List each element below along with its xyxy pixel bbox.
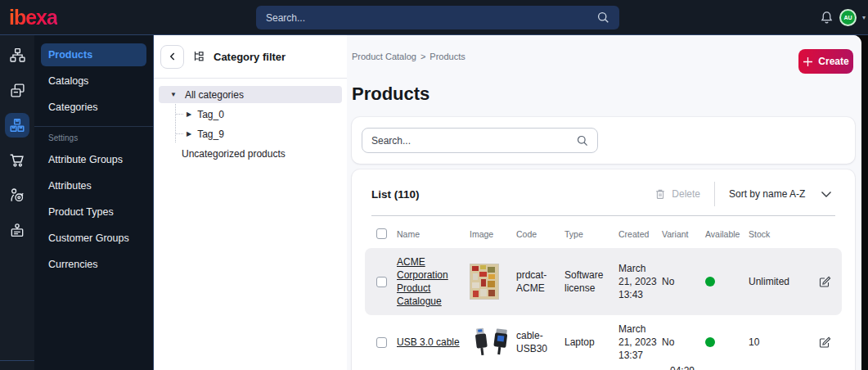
sidebar-item-attributes[interactable]: Attributes [41,174,146,197]
sort-dropdown-value: Sort by name A-Z [729,188,805,200]
sidebar-item-catalogs[interactable]: Catalogs [41,70,146,92]
sidebar-item-customer-groups[interactable]: Customer Groups [41,227,146,250]
caret-right-icon[interactable]: ▶ [187,130,191,138]
tree-children: ▶ Tag_0 ▶ Tag_9 [159,106,342,142]
tree-item-uncategorized-products[interactable]: Uncategorized products [159,145,342,162]
vertical-divider [714,182,715,206]
create-button-label: Create [818,56,848,67]
cart-icon[interactable] [5,148,29,173]
available-indicator [705,277,715,287]
list-header: List (110) Delete Sort by name A-Z [352,169,855,215]
edit-button[interactable] [814,276,842,288]
sidebar-item-currencies[interactable]: Currencies [41,253,146,276]
product-stock: Unlimited [744,275,814,288]
tree-item-label: Tag_9 [197,129,224,140]
delete-button[interactable]: Delete [654,188,700,200]
tree-item-tag-0[interactable]: ▶ Tag_0 [159,106,342,123]
edit-button[interactable] [814,336,842,349]
row-checkbox[interactable] [376,277,387,287]
caret-down-icon[interactable]: ▼ [170,91,177,98]
column-header-available: Available [701,229,744,239]
tree-item-all-categories[interactable]: ▼ All categories [159,86,342,103]
global-search-input[interactable]: Search... [256,6,619,29]
product-name-link[interactable]: USB 3.0 cable [397,336,460,349]
category-filter-header: Category filter [154,43,347,70]
chevron-down-icon [821,191,832,198]
light-area: Category filter ▼ All categories ▶ Tag_0 [154,35,861,370]
trash-icon [654,188,666,200]
rail-divider [0,360,34,361]
breadcrumb: Product Catalog>Products [352,52,465,61]
product-variant: No [658,275,701,288]
row-checkbox[interactable] [376,337,387,348]
column-header-code: Code [512,229,560,239]
list-search-placeholder: Search... [371,135,411,147]
user-avatar[interactable]: AU [839,9,857,26]
sidebar-item-attribute-groups[interactable]: Attribute Groups [41,148,146,171]
clipped-next-row-text: 04:29 [670,365,695,370]
filters-search-card: Search... [352,117,855,164]
sidebar-item-label: Catalogs [48,75,88,87]
category-tree: ▼ All categories ▶ Tag_0 ▶ Tag_9 [154,86,347,162]
collapse-panel-button[interactable] [160,45,184,69]
caret-right-icon[interactable]: ▶ [187,111,191,118]
product-list-card: List (110) Delete Sort by name A-Z [352,169,855,370]
edit-pencil-icon [819,336,831,349]
product-type: Laptop [560,336,614,349]
product-boxes-icon[interactable] [5,113,29,138]
ibexa-logo[interactable]: ibexa [9,6,57,29]
documents-icon[interactable] [5,78,29,102]
column-header-created: Created [614,229,658,239]
tree-item-label: All categories [185,89,244,101]
product-stock: 10 [744,336,814,349]
user-menu-caret-icon[interactable]: ▾ [862,14,866,21]
table-header-row: Name Image Code Type Created Variant Ava… [365,224,842,248]
icon-rail [0,35,34,370]
tree-item-label: Tag_0 [197,109,224,120]
licence-badge-icon[interactable] [5,219,29,243]
sidebar-item-label: Attributes [48,180,92,192]
sitemap-icon[interactable] [5,43,29,67]
sidebar-item-products[interactable]: Products [41,43,146,66]
topbar-right: AU ▾ [820,0,866,35]
search-icon [597,11,609,24]
table-row[interactable]: ACME Corporation Product Catalogue prdca… [365,248,842,315]
tree-item-tag-9[interactable]: ▶ Tag_9 [159,125,342,142]
breadcrumb-separator: > [421,52,425,61]
select-all-checkbox[interactable] [376,228,387,239]
sidebar-item-label: Products [48,49,92,61]
sidebar-divider [34,126,153,127]
table-row[interactable]: USB 3.0 cable cable-USB30 Laptop March 2… [365,315,842,369]
customer-target-icon[interactable] [5,183,29,208]
search-icon [577,135,588,147]
sidebar-item-product-types[interactable]: Product Types [41,201,146,223]
acme-catalogue-thumbnail [470,264,499,300]
breadcrumb-item-product-catalog[interactable]: Product Catalog [352,52,416,61]
category-filter-title: Category filter [214,51,286,63]
sidebar-item-label: Categories [48,102,97,113]
app-window: ibexa Search... AU ▾ [0,0,868,370]
usb-cable-thumbnail [470,326,510,359]
product-code: cable-USB30 [512,329,560,355]
create-button[interactable]: Create [798,49,853,74]
column-header-type: Type [560,229,614,239]
notifications-bell-icon[interactable] [820,11,834,25]
breadcrumb-item-products[interactable]: Products [430,52,465,61]
product-created: March 21, 2023 13:37 [614,323,658,362]
list-search-input[interactable]: Search... [362,128,598,153]
category-tree-icon [193,51,205,62]
product-name-link[interactable]: ACME Corporation Product Catalogue [397,255,464,308]
sidebar-item-categories[interactable]: Categories [41,96,146,119]
sidebar-item-label: Customer Groups [48,232,129,244]
product-variant: No [658,336,701,349]
chevron-left-icon [167,51,178,62]
plus-icon [803,56,813,67]
category-filter-panel: Category filter ▼ All categories ▶ Tag_0 [154,35,347,370]
window-edge-strip [861,35,868,370]
sort-dropdown[interactable]: Sort by name A-Z [729,188,832,200]
list-title: List (110) [371,188,420,201]
column-header-stock: Stock [744,229,814,239]
sidebar-item-label: Currencies [48,259,97,270]
available-indicator [705,337,715,347]
sidebar-item-label: Product Types [48,206,114,218]
